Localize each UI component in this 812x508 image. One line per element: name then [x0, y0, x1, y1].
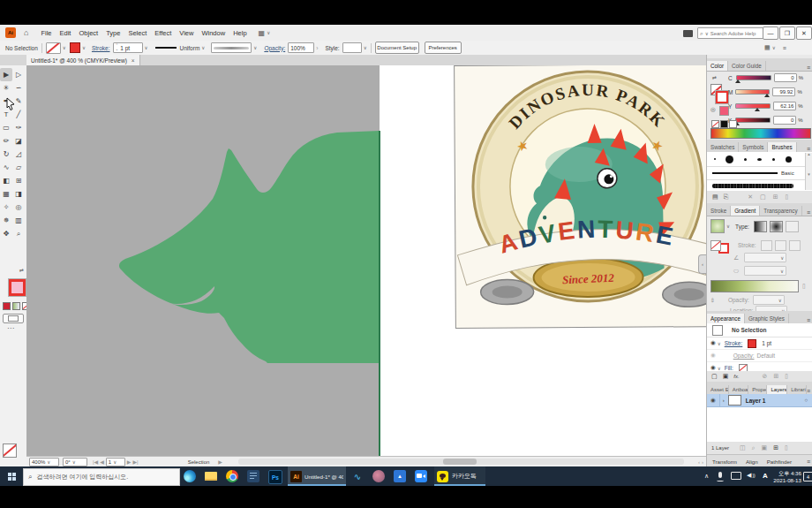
document-tab[interactable]: Untitled-1* @ 400 % (CMYK/Preview) × — [26, 55, 140, 65]
channel-y-slider[interactable] — [735, 103, 771, 109]
tool-free-transform[interactable]: ▱ — [12, 161, 25, 174]
tab-color-guide[interactable]: Color Guide — [728, 61, 766, 71]
scroll-right-icon[interactable]: › — [702, 459, 703, 465]
swap-fill-stroke-icon[interactable]: ⇄ — [19, 267, 24, 273]
horizontal-scrollbar[interactable] — [238, 459, 684, 465]
illustrator-taskbar-button[interactable]: Ai Untitled-1* @ 400... — [288, 466, 346, 486]
layer-name[interactable]: Layer 1 — [746, 398, 766, 404]
tab-appearance[interactable]: Appearance — [707, 314, 745, 323]
tool-scale[interactable]: ◿ — [12, 148, 25, 161]
tray-clock[interactable]: 오후 4:36 2021-08-13 — [771, 470, 801, 485]
brush-definition-arrow-icon[interactable]: ∨ — [253, 45, 257, 50]
collect-for-export-icon[interactable]: ◫ — [740, 444, 746, 451]
document-tab-close-icon[interactable]: × — [132, 57, 135, 64]
brush-dot-2[interactable] — [726, 155, 733, 163]
appearance-stroke-label[interactable]: Stroke: — [725, 340, 743, 346]
locate-object-icon[interactable]: ⌕ — [752, 444, 756, 451]
first-artboard-icon[interactable]: |◀ — [93, 459, 98, 465]
color-mode-button[interactable] — [3, 302, 11, 310]
menu-window[interactable]: Window — [201, 29, 225, 37]
stroke-expand-icon[interactable]: ∨ — [718, 341, 721, 346]
tool-eyedropper[interactable]: ✧ — [0, 201, 12, 214]
width-profile-value[interactable]: Uniform — [180, 45, 200, 51]
tab-stroke[interactable]: Stroke — [707, 206, 731, 216]
brush-dot-1[interactable] — [714, 158, 716, 160]
gradient-type-freeform-button[interactable] — [786, 221, 799, 232]
new-stroke-icon[interactable]: ▢ — [711, 373, 718, 380]
zoom-level-field[interactable]: 400%∨ — [29, 458, 59, 466]
channel-y-value[interactable]: 62.16 — [773, 102, 796, 110]
layer-thumbnail[interactable] — [728, 395, 741, 406]
artboard-number-field[interactable]: 1∨ — [106, 458, 125, 466]
remove-brush-stroke-icon[interactable]: ✕ — [748, 193, 753, 201]
appearance-stroke-row[interactable]: ◉ ∨ Stroke: 1 pt — [707, 337, 812, 350]
gradient-type-radial-button[interactable] — [770, 221, 783, 232]
notes-app-icon[interactable] — [247, 470, 259, 482]
new-fill-icon[interactable]: ▣ — [723, 373, 729, 380]
gradient-thumbnail[interactable] — [710, 219, 725, 233]
tab-asset-export[interactable]: Asset E — [707, 385, 729, 394]
new-brush-icon[interactable]: ⊞ — [773, 193, 778, 201]
tray-ime-indicator[interactable]: A — [763, 472, 768, 480]
delete-brush-icon[interactable]: ▯ — [786, 193, 789, 201]
tool-lasso[interactable]: ∽ — [12, 81, 25, 95]
tool-perspective-grid[interactable]: ⊞ — [12, 174, 25, 187]
opacity-field[interactable]: 100% — [288, 42, 314, 53]
collapsed-panels-menu-icon[interactable]: ≡ — [807, 459, 810, 465]
stroke-preview-line[interactable] — [155, 47, 177, 49]
appearance-opacity-label[interactable]: Opacity: — [733, 353, 755, 359]
color-spectrum-bar[interactable] — [710, 128, 811, 139]
menu-help[interactable]: Help — [233, 29, 246, 37]
status-expand-icon[interactable]: ▶ — [218, 459, 222, 465]
menu-select[interactable]: Select — [128, 29, 147, 37]
gradient-fill-proxy[interactable] — [710, 240, 721, 251]
align-options-arrow-icon[interactable]: ∨ — [772, 45, 776, 50]
tool-shaper[interactable]: ✏ — [0, 134, 12, 148]
tool-symbol-sprayer[interactable]: ✵ — [0, 214, 12, 227]
tab-transparency[interactable]: Transparency — [760, 206, 801, 216]
preferences-button[interactable]: Preferences — [425, 42, 462, 54]
stroke-proxy-swatch[interactable] — [9, 279, 26, 296]
fill-proxy-swatch[interactable] — [3, 444, 17, 458]
stroke-weight-label[interactable]: Stroke: — [92, 45, 110, 51]
rotation-field[interactable]: 0°∨ — [63, 458, 87, 466]
zoom-icon[interactable] — [415, 470, 427, 482]
tool-magic-wand[interactable]: ✳ — [0, 81, 12, 95]
stroke-weight-field[interactable]: ⌃⌄ 1 pt — [113, 42, 143, 53]
add-effect-icon[interactable]: fx. — [733, 374, 739, 379]
dock-collapse-handle[interactable]: ‹ — [698, 254, 706, 274]
stroke-visibility-icon[interactable]: ◉ — [710, 340, 716, 346]
file-explorer-icon[interactable] — [205, 472, 217, 481]
close-button[interactable]: ✕ — [796, 27, 812, 40]
align-options-icon[interactable]: ▦ — [764, 44, 771, 51]
tab-align[interactable]: Align — [746, 459, 758, 465]
tool-eraser[interactable]: ◪ — [12, 134, 25, 148]
menu-file[interactable]: File — [41, 29, 51, 37]
brush-dot-5[interactable] — [772, 158, 775, 161]
menu-effect[interactable]: Effect — [154, 29, 171, 37]
color-swap-icon[interactable]: ⇄ — [712, 74, 717, 80]
tray-microphone-icon[interactable] — [718, 472, 722, 478]
width-profile-arrow-icon[interactable]: ∨ — [201, 45, 205, 50]
draw-mode-button[interactable] — [3, 314, 24, 323]
tool-column-graph[interactable]: ▥ — [12, 214, 25, 227]
canvas[interactable]: DINOSAUR PARK ★ ★ — [26, 65, 706, 466]
layer-visibility-icon[interactable]: ◉ — [710, 398, 716, 404]
tab-pathfinder[interactable]: Pathfinder — [767, 459, 792, 465]
new-layer-icon[interactable]: ⊞ — [773, 444, 778, 451]
tab-symbols[interactable]: Symbols — [739, 142, 768, 152]
libraries-panel-icon[interactable]: ⎘ — [724, 193, 729, 201]
tray-display-icon[interactable] — [731, 472, 741, 480]
more-tools-icon[interactable]: ⋯ — [7, 324, 15, 332]
tab-libraries[interactable]: Librari — [787, 385, 807, 394]
photoshop-icon[interactable]: Ps — [268, 470, 282, 484]
tab-swatches[interactable]: Swatches — [707, 142, 739, 152]
layer-target-icon[interactable]: ○ — [804, 398, 808, 403]
brush-options-icon[interactable]: ▢ — [760, 193, 766, 201]
appearance-stroke-swatch[interactable] — [748, 339, 756, 348]
restore-button[interactable]: ❐ — [779, 27, 795, 40]
next-artboard-icon[interactable]: ▶ — [127, 459, 132, 465]
scroll-left-icon[interactable]: ‹ — [698, 459, 700, 465]
appearance-fill-label[interactable]: Fill: — [725, 365, 733, 371]
taskbar-search-box[interactable]: ⌕ 검색하려면 여기에 입력하십시오. — [23, 468, 180, 486]
